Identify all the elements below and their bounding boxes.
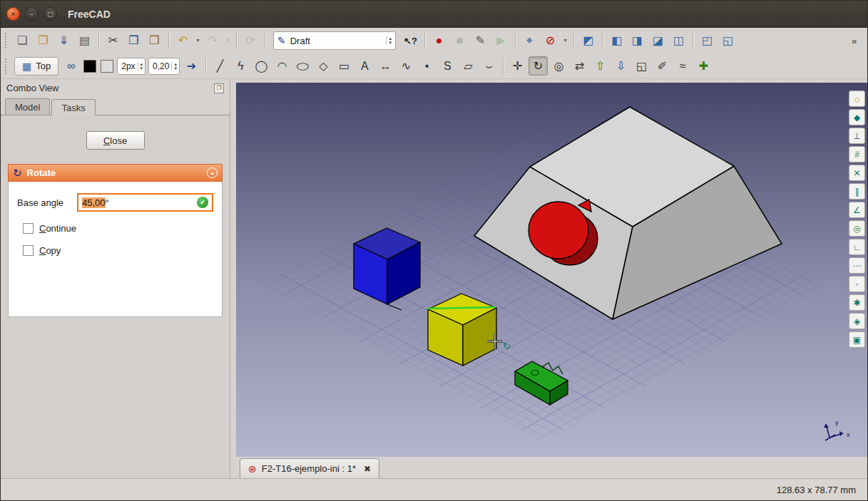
base-angle-input[interactable]: 45,00 ° ✔ xyxy=(77,193,213,212)
snap-special-icon[interactable]: ✱ xyxy=(849,294,865,311)
draft-bezier-icon[interactable]: ⌣ xyxy=(479,56,499,76)
snap-ortho-icon[interactable]: ∟ xyxy=(849,239,865,255)
draft-add-point-icon[interactable]: ✚ xyxy=(694,56,713,76)
face-color-swatch[interactable] xyxy=(101,60,113,73)
snap-extension-icon[interactable]: ⋯ xyxy=(849,257,865,274)
undo-dropdown-icon[interactable]: ▾ xyxy=(194,31,202,51)
view-front-icon[interactable]: ◧ xyxy=(607,31,626,51)
workbench-selector[interactable]: ✎ Draft ▴ ▾ xyxy=(273,31,396,50)
panel-float-button[interactable]: ❐ xyxy=(214,83,224,93)
knob-front[interactable] xyxy=(529,202,588,259)
cut-icon[interactable]: ✂ xyxy=(103,31,123,51)
draft-downgrade-icon[interactable]: ⇩ xyxy=(611,56,630,76)
toolbar-handle[interactable] xyxy=(5,58,8,74)
snap-near-icon[interactable]: ◦ xyxy=(849,276,865,292)
view-rear-icon[interactable]: ◫ xyxy=(669,31,688,51)
draft-shapestring-icon[interactable]: S xyxy=(438,56,457,76)
toolbar-overflow-icon[interactable]: » xyxy=(844,31,864,51)
tab-close-icon[interactable]: ✖ xyxy=(364,464,371,474)
line-width-spinbox[interactable]: 2px ▴▾ xyxy=(117,58,145,75)
macro-stop-icon[interactable]: ■ xyxy=(450,31,469,51)
draft-rectangle-icon[interactable]: ▭ xyxy=(335,56,354,76)
tab-tasks[interactable]: Tasks xyxy=(51,99,95,115)
view-top-icon[interactable]: ◨ xyxy=(628,31,647,51)
draft-wire-to-bspline-icon[interactable]: ≈ xyxy=(673,56,693,76)
draw-style-dropdown-icon[interactable]: ▾ xyxy=(561,31,569,51)
open-document-icon[interactable]: ❐ xyxy=(34,31,53,51)
save-document-icon[interactable]: ⇓ xyxy=(54,31,73,51)
snap-lock-icon[interactable]: ⌂ xyxy=(849,91,865,107)
draft-scale-icon[interactable]: ◱ xyxy=(632,56,651,76)
draft-line-icon[interactable]: ╱ xyxy=(210,56,230,76)
window-minimize-button[interactable]: – xyxy=(25,7,39,21)
draft-facebinder-icon[interactable]: ▱ xyxy=(459,56,478,76)
window-close-button[interactable]: ✕ xyxy=(6,7,20,21)
toolbar-separator xyxy=(515,32,516,49)
tab-model[interactable]: Model xyxy=(5,98,50,115)
new-document-icon[interactable]: ❏ xyxy=(13,31,32,51)
box-zoom-icon[interactable]: ⌖ xyxy=(520,31,539,51)
text-scale-spinbox[interactable]: 0,20 ▴▾ xyxy=(148,58,180,75)
continue-checkbox[interactable] xyxy=(23,223,34,234)
panel-splitter[interactable] xyxy=(230,79,236,478)
draft-bspline-icon[interactable]: ∿ xyxy=(397,56,416,76)
macro-record-icon[interactable]: ● xyxy=(429,31,449,51)
snap-intersection-icon[interactable]: ✕ xyxy=(849,165,865,181)
draft-rotate-icon[interactable]: ↻ xyxy=(529,56,548,76)
macro-play-icon[interactable]: ▶ xyxy=(491,31,511,51)
rotate-task-header[interactable]: ↻ Rotate ▴ xyxy=(8,164,223,182)
3d-viewport-canvas[interactable]: x y ↻ xyxy=(236,83,867,457)
draft-tray-toggle-icon[interactable]: ∞ xyxy=(61,56,81,76)
working-plane-button[interactable]: ▦ Top xyxy=(14,57,58,76)
draft-polygon-icon[interactable]: ◇ xyxy=(314,56,333,76)
snap-working-plane-icon[interactable]: ▣ xyxy=(849,331,865,348)
snap-perpendicular-icon[interactable]: ⊥ xyxy=(849,128,865,144)
draft-ellipse-icon[interactable]: ◯ xyxy=(293,60,312,72)
draft-arc-icon[interactable]: ◠ xyxy=(272,56,292,76)
print-icon[interactable]: ▤ xyxy=(75,31,94,51)
view-left-icon[interactable]: ◱ xyxy=(718,31,737,51)
workbench-selector-spinner[interactable]: ▴ ▾ xyxy=(386,36,392,45)
snap-angle-icon[interactable]: ∠ xyxy=(849,202,865,218)
macro-edit-icon[interactable]: ✎ xyxy=(471,31,490,51)
close-task-button[interactable]: Close xyxy=(86,131,145,150)
window-maximize-button[interactable]: ▢ xyxy=(44,7,57,21)
3d-viewport[interactable]: x y ↻ ⌂ ◆ ⊥ # ✕ ∥ xyxy=(236,83,867,457)
toolbar-handle[interactable] xyxy=(5,33,8,48)
draft-circle-icon[interactable]: ◯ xyxy=(252,56,271,76)
spinner-down-icon[interactable]: ▾ xyxy=(141,66,143,71)
draft-trimex-icon[interactable]: ⇄ xyxy=(570,56,589,76)
document-tab-bar: ⊛ F2-T16-ejemplo-ini : 1* ✖ xyxy=(236,457,867,478)
apply-style-icon[interactable]: ➔ xyxy=(182,56,201,76)
view-isometric-icon[interactable]: ◩ xyxy=(578,31,598,51)
spinner-down-icon[interactable]: ▾ xyxy=(174,66,177,71)
view-bottom-icon[interactable]: ◰ xyxy=(698,31,717,51)
snap-center-icon[interactable]: ◎ xyxy=(849,220,865,237)
draft-move-icon[interactable]: ✛ xyxy=(508,56,527,76)
copy-icon[interactable]: ❐ xyxy=(124,31,143,51)
draft-polyline-icon[interactable]: ϟ xyxy=(231,56,250,76)
document-tab[interactable]: ⊛ F2-T16-ejemplo-ini : 1* ✖ xyxy=(240,458,379,478)
draw-style-icon[interactable]: ⊘ xyxy=(541,31,560,51)
line-color-swatch[interactable] xyxy=(83,60,96,73)
collapse-icon[interactable]: ▴ xyxy=(207,167,218,178)
copy-checkbox[interactable] xyxy=(23,245,34,256)
redo-dropdown-icon[interactable]: ▾ xyxy=(224,31,232,51)
paste-icon[interactable]: ❒ xyxy=(145,31,164,51)
undo-icon[interactable]: ↶ xyxy=(173,31,193,51)
draft-point-icon[interactable]: • xyxy=(417,56,436,76)
redo-icon[interactable]: ↷ xyxy=(203,31,223,51)
draft-upgrade-icon[interactable]: ⇧ xyxy=(591,56,610,76)
whats-this-icon[interactable]: ↖? xyxy=(401,31,420,51)
draft-offset-icon[interactable]: ◎ xyxy=(549,56,568,76)
copy-checkbox-label: Copy xyxy=(39,245,61,256)
snap-parallel-icon[interactable]: ∥ xyxy=(849,183,865,200)
snap-grid-icon[interactable]: # xyxy=(849,146,865,162)
draft-text-icon[interactable]: A xyxy=(355,56,374,76)
refresh-icon[interactable]: ⟳ xyxy=(241,31,260,51)
snap-endpoint-icon[interactable]: ◆ xyxy=(849,109,865,125)
draft-dimension-icon[interactable]: ↔ xyxy=(376,56,395,76)
snap-midpoint-icon[interactable]: ◈ xyxy=(849,313,865,329)
draft-edit-icon[interactable]: ✐ xyxy=(653,56,672,76)
view-right-icon[interactable]: ◪ xyxy=(648,31,668,51)
